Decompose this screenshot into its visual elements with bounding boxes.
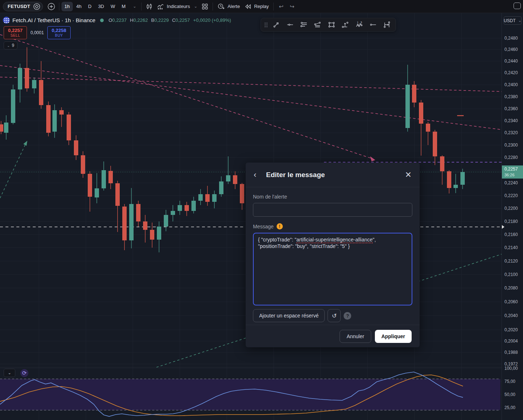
timeframe-1h[interactable]: 1h bbox=[62, 2, 72, 11]
ohlc-h: H0,2262 bbox=[130, 17, 148, 23]
indicator-tick: 100,00 bbox=[504, 366, 518, 371]
elliott-wave-tool[interactable]: 15 bbox=[353, 19, 366, 30]
symbol-title[interactable]: Fetch.AI / TetherUS · 1h · Binance bbox=[12, 17, 95, 23]
apply-button[interactable]: Appliquer bbox=[375, 330, 412, 343]
message-text: { "cryptoTrade": " bbox=[258, 237, 296, 243]
indicator-tick: 25,00 bbox=[504, 405, 515, 410]
svg-text:1: 1 bbox=[357, 21, 358, 24]
redo-icon[interactable]: ↪ bbox=[287, 1, 298, 12]
price-axis[interactable]: USDT ⌄ 0,24800,24600,24400,24200,24000,2… bbox=[502, 13, 523, 420]
chevron-down-icon: ⌄ bbox=[518, 18, 522, 23]
ohlc-o: O0,2237 bbox=[108, 17, 127, 23]
price-tick: 0,2400 bbox=[504, 82, 518, 87]
add-placeholder-button[interactable]: Ajouter un espace réservé bbox=[253, 309, 325, 322]
buy-price: 0,2258 bbox=[52, 28, 66, 33]
rectangle-tool[interactable] bbox=[325, 19, 338, 30]
alarm-clock-icon bbox=[217, 3, 225, 10]
message-label: Message bbox=[253, 224, 274, 229]
indicators-button[interactable]: Indicateurs ⌄ bbox=[155, 1, 199, 12]
timeframe-m[interactable]: M bbox=[119, 2, 128, 11]
price-tick: 0,2280 bbox=[504, 155, 518, 160]
fan-lines-tool[interactable] bbox=[311, 19, 324, 30]
date-price-range-tool[interactable] bbox=[380, 19, 393, 30]
object-tree-button[interactable]: ⌄ 9 bbox=[4, 41, 17, 49]
sell-button[interactable]: 0,2257 SELL bbox=[4, 26, 27, 39]
trend-line-arrow-tool[interactable] bbox=[270, 19, 283, 30]
price-tick: 0,2180 bbox=[504, 219, 518, 224]
warning-icon[interactable]: ! bbox=[277, 223, 283, 229]
panel-toggle-icon[interactable] bbox=[514, 3, 521, 9]
drawing-toolbar: 15 bbox=[261, 18, 396, 32]
price-tick: 0,2440 bbox=[504, 59, 518, 64]
timeframe-more-chevron[interactable]: ⌄ bbox=[128, 2, 139, 11]
price-tick: 0,2100 bbox=[504, 272, 518, 277]
message-textarea[interactable]: { "cryptoTrade": "artificial-superintell… bbox=[253, 233, 412, 305]
symbol-search-button[interactable]: FETUSDT bbox=[3, 2, 43, 11]
close-icon[interactable]: ✕ bbox=[405, 171, 412, 179]
indicator-pane-controls: ⌄ ⟳ bbox=[4, 369, 28, 377]
replay-button[interactable]: Replay bbox=[242, 1, 271, 12]
back-icon[interactable]: ‹ bbox=[254, 170, 263, 180]
price-tick: 0,2340 bbox=[504, 118, 518, 123]
sync-icon[interactable]: ⟳ bbox=[20, 369, 28, 377]
alert-label: Alerte bbox=[227, 4, 240, 9]
alert-name-label: Nom de l'alerte bbox=[253, 194, 412, 200]
price-tick: 0,2360 bbox=[504, 106, 518, 111]
change-value: +0,0020 (+0,89%) bbox=[193, 17, 231, 23]
price-tick: 0,2020 bbox=[504, 327, 518, 332]
price-tick: 0,2200 bbox=[504, 206, 518, 211]
horizontal-line-tool[interactable] bbox=[284, 19, 297, 30]
price-tick: 0,2420 bbox=[504, 70, 518, 75]
alert-level-marker-icon[interactable] bbox=[502, 225, 504, 229]
object-tree-count: 9 bbox=[12, 43, 14, 48]
timeframe-group: 1h4hD3DWM bbox=[62, 2, 128, 11]
currency-label: USDT bbox=[504, 18, 516, 23]
timeframe-3d[interactable]: 3D bbox=[95, 2, 107, 11]
ohlc-b: B0,2229 bbox=[151, 17, 169, 23]
timeframe-4h[interactable]: 4h bbox=[74, 2, 84, 11]
currency-selector[interactable]: USDT ⌄ bbox=[504, 16, 522, 25]
chart-style-icon[interactable] bbox=[144, 1, 155, 12]
buy-button[interactable]: 0,2258 BUY bbox=[47, 26, 71, 39]
chart-legend: Fetch.AI / TetherUS · 1h · Binance O0,22… bbox=[3, 17, 231, 24]
symbol-label: FETUSDT bbox=[8, 4, 30, 9]
timeframe-w[interactable]: W bbox=[108, 2, 118, 11]
long-position-tool[interactable] bbox=[339, 19, 352, 30]
drag-handle[interactable] bbox=[265, 23, 268, 27]
price-tick: 0,2060 bbox=[504, 299, 518, 304]
alert-button[interactable]: Alerte bbox=[215, 1, 242, 12]
price-tick: 0,2140 bbox=[504, 245, 518, 250]
ohlc-values: O0,2237H0,2262B0,2229C0,2257 bbox=[108, 17, 190, 23]
cancel-button[interactable]: Annuler bbox=[340, 330, 371, 343]
add-symbol-icon[interactable] bbox=[46, 1, 57, 12]
price-tick: 0,2160 bbox=[504, 232, 518, 237]
symbol-logo-icon bbox=[3, 17, 10, 24]
collapse-pane-button[interactable]: ⌄ bbox=[4, 369, 15, 377]
parallel-lines-tool[interactable] bbox=[297, 19, 310, 30]
top-toolbar: FETUSDT 1h4hD3DWM ⌄ Indic bbox=[0, 0, 523, 13]
indicators-icon bbox=[157, 3, 164, 10]
diamond-icon bbox=[33, 3, 40, 10]
alert-name-input[interactable] bbox=[253, 203, 412, 217]
chevron-down-icon: ⌄ bbox=[194, 4, 197, 9]
help-icon[interactable]: ? bbox=[344, 312, 351, 320]
reset-message-button[interactable]: ↺ bbox=[328, 309, 341, 322]
sell-price: 0,2257 bbox=[8, 28, 23, 33]
indicator-tick: 50,00 bbox=[504, 392, 515, 397]
edit-message-dialog: ‹ Editer le message ✕ Nom de l'alerte Me… bbox=[246, 163, 420, 347]
undo-icon[interactable]: ↩ bbox=[276, 1, 287, 12]
message-label-row: Message ! bbox=[253, 223, 412, 229]
chevron-down-icon: ⌄ bbox=[7, 44, 10, 48]
price-tick: 0,2120 bbox=[504, 259, 518, 264]
timeframe-d[interactable]: D bbox=[85, 2, 94, 11]
layout-grid-icon[interactable] bbox=[199, 1, 210, 12]
trading-app: FETUSDT 1h4hD3DWM ⌄ Indic bbox=[0, 0, 523, 420]
placeholder-row: Ajouter un espace réservé ↺ ? bbox=[253, 309, 412, 322]
market-status-icon[interactable] bbox=[100, 19, 104, 22]
price-tick: 0,2480 bbox=[504, 36, 518, 41]
dialog-title: Editer le message bbox=[266, 171, 405, 179]
horizontal-ray-tool[interactable] bbox=[367, 19, 380, 30]
stochastic-band bbox=[0, 379, 500, 410]
divider bbox=[273, 3, 274, 11]
trade-buttons: 0,2257 SELL 0,0001 0,2258 BUY bbox=[4, 26, 71, 39]
